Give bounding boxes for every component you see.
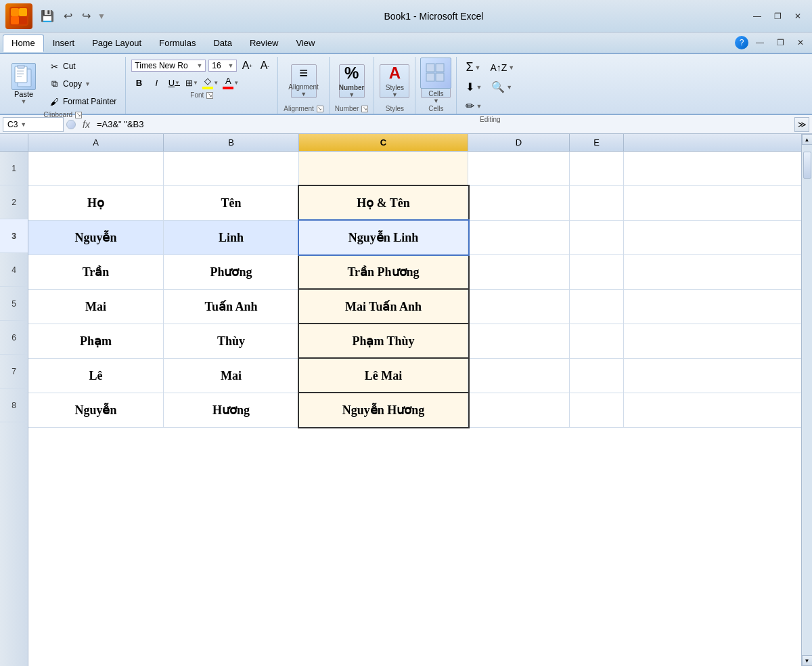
cell-e6[interactable] (570, 324, 624, 358)
clear-button[interactable]: ✏ ▼ (462, 97, 485, 114)
cell-d1[interactable] (468, 152, 570, 185)
cell-b3[interactable]: Linh (164, 221, 299, 254)
cell-d3[interactable] (468, 221, 570, 254)
cells-button[interactable]: Cells ▼ (421, 64, 451, 98)
fill-color-button[interactable]: ◇ ▼ (202, 75, 219, 90)
bold-button[interactable]: B (131, 75, 146, 90)
cell-c5[interactable]: Mai Tuấn Anh (299, 290, 468, 324)
cell-d8[interactable] (468, 393, 570, 427)
cell-b5[interactable]: Tuấn Anh (164, 290, 299, 324)
cell-a6[interactable]: Phạm (28, 324, 164, 358)
row-num-7: 7 (0, 355, 28, 388)
alignment-button[interactable]: ≡ Alignment ▼ (291, 64, 317, 98)
cell-c2[interactable]: Họ & Tên (299, 186, 468, 220)
menu-insert[interactable]: Insert (44, 35, 84, 51)
underline-button[interactable]: U ▼ (166, 75, 181, 90)
cell-a4[interactable]: Trần (28, 255, 164, 289)
save-quick-btn[interactable]: 💾 (38, 8, 57, 24)
cell-c1[interactable] (299, 152, 468, 185)
ribbon-restore-btn[interactable]: ❐ (771, 36, 789, 49)
scroll-thumb[interactable] (803, 152, 811, 179)
cell-b7[interactable]: Mai (164, 359, 299, 393)
number-expander[interactable]: ↘ (361, 106, 368, 112)
redo-quick-btn[interactable]: ↪ (79, 8, 93, 24)
number-button[interactable]: % Number ▼ (339, 64, 365, 98)
cell-c3[interactable]: Nguyễn Linh (299, 221, 468, 254)
clipboard-expander[interactable]: ↘ (75, 112, 82, 118)
menu-formulas[interactable]: Formulas (150, 35, 204, 51)
formula-input[interactable]: =A3&" "&B3 (94, 119, 794, 129)
alignment-expander[interactable]: ↘ (317, 106, 323, 112)
menu-pagelayout[interactable]: Page Layout (83, 35, 150, 51)
col-header-c[interactable]: C (299, 134, 468, 151)
fill-button[interactable]: ⬇ ▼ (462, 79, 485, 95)
undo-quick-btn[interactable]: ↩ (61, 8, 75, 24)
scroll-track[interactable] (803, 145, 812, 655)
menu-data[interactable]: Data (204, 35, 240, 51)
cell-b2[interactable]: Tên (164, 186, 299, 220)
cell-e8[interactable] (570, 393, 624, 427)
row-num-3: 3 (0, 219, 28, 253)
increase-font-button[interactable]: A+ (240, 58, 254, 73)
ribbon-minimize-btn[interactable]: — (751, 36, 769, 49)
cell-d5[interactable] (468, 290, 570, 324)
font-color-button[interactable]: A ▼ (222, 75, 240, 90)
cell-d4[interactable] (468, 255, 570, 289)
cell-e1[interactable] (570, 152, 624, 185)
font-size-select[interactable]: 16 ▼ (208, 60, 237, 72)
col-header-a[interactable]: A (28, 134, 164, 151)
formula-expand-button[interactable]: ≫ (794, 117, 809, 132)
cell-b8[interactable]: Hương (164, 393, 299, 427)
autosum-button[interactable]: Σ ▼ (462, 58, 484, 76)
sort-button[interactable]: A↑Z ▼ (487, 60, 518, 75)
scroll-down-button[interactable]: ▼ (802, 655, 813, 666)
cell-e4[interactable] (570, 255, 624, 289)
paste-button[interactable]: Paste ▼ (5, 60, 42, 108)
cell-a7[interactable]: Lê (28, 359, 164, 393)
find-button[interactable]: 🔍 ▼ (488, 79, 516, 95)
help-button[interactable]: ? (735, 36, 748, 49)
minimize-button[interactable]: — (748, 9, 766, 23)
font-name-select[interactable]: Times New Ro ▼ (131, 60, 206, 72)
office-logo (5, 3, 32, 29)
cell-c8[interactable]: Nguyễn Hương (299, 393, 468, 427)
cell-b6[interactable]: Thùy (164, 324, 299, 358)
cell-a2[interactable]: Họ (28, 186, 164, 220)
cell-c6[interactable]: Phạm Thùy (299, 324, 468, 358)
col-header-e[interactable]: E (570, 134, 624, 151)
cell-b1[interactable] (164, 152, 299, 185)
menu-review[interactable]: Review (241, 35, 288, 51)
close-button[interactable]: ✕ (789, 9, 807, 23)
borders-button[interactable]: ⊞ ▼ (184, 75, 199, 90)
cell-c4[interactable]: Trần Phương (299, 255, 468, 289)
styles-button[interactable]: A Styles ▼ (380, 64, 409, 98)
scroll-up-button[interactable]: ▲ (802, 134, 813, 145)
name-box[interactable]: C3 ▼ (3, 117, 64, 132)
fill-icon: ⬇ (466, 81, 474, 93)
col-header-d[interactable]: D (468, 134, 570, 151)
cell-d6[interactable] (468, 324, 570, 358)
cell-d7[interactable] (468, 359, 570, 393)
copy-button[interactable]: ⧉ Copy ▼ (45, 76, 120, 92)
menu-home[interactable]: Home (3, 35, 44, 52)
cell-a8[interactable]: Nguyễn (28, 393, 164, 427)
decrease-font-button[interactable]: A- (257, 58, 272, 73)
cell-a5[interactable]: Mai (28, 290, 164, 324)
cell-e2[interactable] (570, 186, 624, 220)
menu-view[interactable]: View (288, 35, 324, 51)
cell-d2[interactable] (468, 186, 570, 220)
cut-button[interactable]: ✂ Cut (45, 58, 120, 74)
cell-e5[interactable] (570, 290, 624, 324)
font-expander[interactable]: ↘ (206, 92, 213, 99)
format-painter-button[interactable]: 🖌 Format Painter (45, 93, 120, 110)
restore-button[interactable]: ❐ (769, 9, 786, 23)
cell-e7[interactable] (570, 359, 624, 393)
cell-e3[interactable] (570, 221, 624, 254)
ribbon-close-btn[interactable]: ✕ (792, 36, 809, 49)
cell-c7[interactable]: Lê Mai (299, 359, 468, 393)
col-header-b[interactable]: B (164, 134, 299, 151)
cell-a3[interactable]: Nguyễn (28, 221, 164, 254)
cell-a1[interactable] (28, 152, 164, 185)
cell-b4[interactable]: Phương (164, 255, 299, 289)
italic-button[interactable]: I (149, 75, 164, 90)
